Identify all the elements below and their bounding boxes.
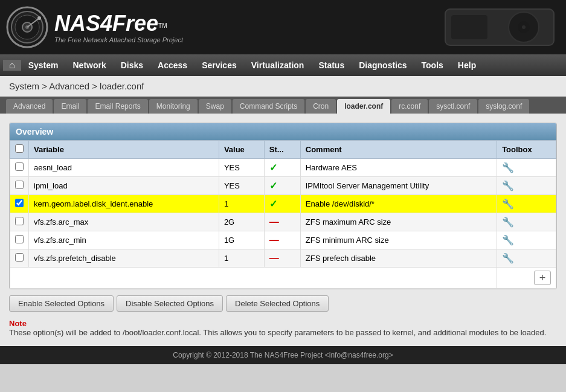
nav-home[interactable]: ⌂	[3, 60, 21, 71]
tab-rc-conf[interactable]: rc.conf	[391, 99, 428, 114]
nav-diagnostics[interactable]: Diagnostics	[352, 54, 414, 76]
tab-bar: Advanced Email Email Reports Monitoring …	[0, 97, 566, 114]
main-content: Overview Variable Value St... Comment To…	[0, 114, 566, 346]
value-cell: 1G	[219, 231, 264, 249]
edit-icon[interactable]: 🔧	[502, 217, 514, 227]
logo-icon	[6, 6, 48, 48]
edit-icon[interactable]: 🔧	[502, 162, 514, 173]
status-enabled-icon: ✓	[269, 199, 277, 209]
col-comment: Comment	[300, 141, 497, 159]
row-checkbox[interactable]	[15, 235, 24, 243]
select-all-checkbox[interactable]	[15, 144, 24, 153]
table-row: aesni_load YES ✓ Hardware AES 🔧	[10, 159, 556, 177]
col-value: Value	[219, 141, 264, 159]
tab-cron[interactable]: Cron	[306, 99, 336, 114]
add-button[interactable]: +	[534, 271, 551, 285]
status-enabled-icon: ✓	[269, 162, 277, 173]
row-checkbox-cell	[10, 231, 29, 249]
nav-services[interactable]: Services	[195, 54, 244, 76]
svg-rect-8	[451, 15, 487, 39]
nav-disks[interactable]: Disks	[114, 54, 150, 76]
row-checkbox[interactable]	[15, 181, 24, 189]
value-cell: 1	[219, 195, 264, 213]
nav-system[interactable]: System	[21, 54, 66, 76]
nav-access[interactable]: Access	[150, 54, 195, 76]
col-variable: Variable	[29, 141, 219, 159]
svg-point-6	[37, 16, 41, 20]
logo-text: NAS4FreeTM The Free Network Attached Sto…	[54, 11, 183, 43]
footer: Copyright © 2012-2018 The NAS4Free Proje…	[0, 346, 566, 364]
tab-email-reports[interactable]: Email Reports	[88, 99, 147, 114]
row-checkbox[interactable]	[15, 217, 24, 225]
data-table: Variable Value St... Comment Toolbox aes…	[10, 140, 556, 289]
col-checkbox	[10, 141, 29, 159]
logo-title: NAS4Free	[54, 11, 158, 36]
tab-advanced[interactable]: Advanced	[6, 99, 53, 114]
row-checkbox-cell	[10, 249, 29, 268]
comment-cell: Hardware AES	[300, 159, 497, 177]
value-cell: YES	[219, 159, 264, 177]
row-checkbox-cell	[10, 195, 29, 213]
nav-help[interactable]: Help	[451, 54, 483, 76]
row-checkbox-cell	[10, 213, 29, 231]
tab-syslog-conf[interactable]: syslog.conf	[478, 99, 529, 114]
variable-cell: vfs.zfs.arc_min	[29, 231, 219, 249]
add-row: +	[10, 268, 556, 289]
row-checkbox-cell	[10, 177, 29, 195]
toolbox-cell: 🔧	[497, 195, 556, 213]
enable-selected-button[interactable]: Enable Selected Options	[9, 295, 114, 312]
table-row: vfs.zfs.arc_max 2G — ZFS maximum ARC siz…	[10, 213, 556, 231]
comment-cell: IPMItool Server Management Utility	[300, 177, 497, 195]
variable-cell: aesni_load	[29, 159, 219, 177]
add-row-spacer	[10, 268, 497, 289]
overview-panel: Overview Variable Value St... Comment To…	[9, 123, 557, 289]
table-row: ipmi_load YES ✓ IPMItool Server Manageme…	[10, 177, 556, 195]
status-cell: ✓	[264, 177, 300, 195]
tab-email[interactable]: Email	[54, 99, 86, 114]
row-checkbox[interactable]	[15, 162, 24, 171]
note-label: Note	[9, 319, 27, 328]
breadcrumb: System > Advanced > loader.conf	[0, 76, 566, 97]
value-cell: 2G	[219, 213, 264, 231]
nav-virtualization[interactable]: Virtualization	[244, 54, 312, 76]
tab-command-scripts[interactable]: Command Scripts	[233, 99, 304, 114]
comment-cell: ZFS minimum ARC size	[300, 231, 497, 249]
tab-monitoring[interactable]: Monitoring	[149, 99, 198, 114]
toolbox-cell: 🔧	[497, 249, 556, 268]
edit-icon[interactable]: 🔧	[502, 199, 514, 209]
value-cell: YES	[219, 177, 264, 195]
comment-cell: ZFS maximum ARC size	[300, 213, 497, 231]
edit-icon[interactable]: 🔧	[502, 253, 514, 263]
action-buttons: Enable Selected Options Disable Selected…	[9, 295, 557, 312]
status-disabled-icon: —	[269, 253, 279, 263]
row-checkbox[interactable]	[15, 199, 24, 207]
comment-cell: ZFS prefech disable	[300, 249, 497, 268]
variable-cell: vfs.zfs.prefetch_disable	[29, 249, 219, 268]
nav-tools[interactable]: Tools	[414, 54, 451, 76]
disable-selected-button[interactable]: Disable Selected Options	[117, 295, 223, 312]
row-checkbox[interactable]	[15, 253, 24, 262]
edit-icon[interactable]: 🔧	[502, 181, 514, 191]
status-disabled-icon: —	[269, 235, 279, 245]
tab-swap[interactable]: Swap	[199, 99, 231, 114]
status-cell: —	[264, 231, 300, 249]
toolbox-cell: 🔧	[497, 177, 556, 195]
status-cell: —	[264, 249, 300, 268]
nav-network[interactable]: Network	[65, 54, 113, 76]
overview-header: Overview	[10, 123, 556, 140]
row-checkbox-cell	[10, 159, 29, 177]
table-header-row: Variable Value St... Comment Toolbox	[10, 141, 556, 159]
table-row: vfs.zfs.prefetch_disable 1 — ZFS prefech…	[10, 249, 556, 268]
variable-cell: vfs.zfs.arc_max	[29, 213, 219, 231]
footer-text: Copyright © 2012-2018 The NAS4Free Proje…	[173, 351, 393, 359]
main-nav: ⌂ System Network Disks Access Services V…	[0, 54, 566, 76]
delete-selected-button[interactable]: Delete Selected Options	[226, 295, 329, 312]
nav-status[interactable]: Status	[311, 54, 352, 76]
table-row: vfs.zfs.arc_min 1G — ZFS minimum ARC siz…	[10, 231, 556, 249]
edit-icon[interactable]: 🔧	[502, 235, 514, 245]
table-row: kern.geom.label.disk_ident.enable 1 ✓ En…	[10, 195, 556, 213]
add-cell: +	[497, 268, 556, 289]
tab-loader-conf[interactable]: loader.conf	[337, 99, 390, 114]
status-enabled-icon: ✓	[269, 181, 277, 191]
tab-sysctl-conf[interactable]: sysctl.conf	[429, 99, 477, 114]
